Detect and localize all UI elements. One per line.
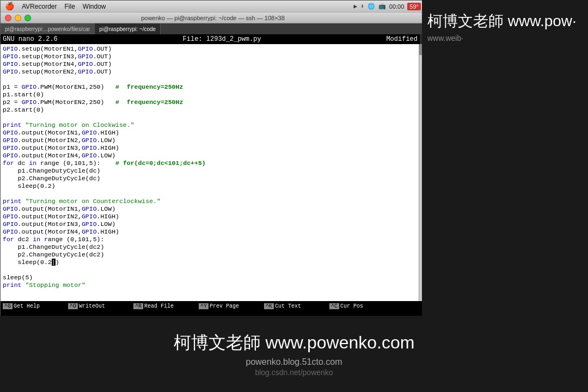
code-line-9: p2.start(0) <box>3 106 416 114</box>
code-line-4: GPIO.setup(MotorEN2,GPIO.OUT) <box>3 68 416 76</box>
bottom-branding-main: 柯博文老師 www.powenko.com <box>174 331 415 355</box>
code-line-31: sleep(5) <box>3 274 416 281</box>
clock-display: 00:00 <box>389 3 405 10</box>
key-g: ^G <box>3 303 13 309</box>
window-controls <box>5 15 31 21</box>
overlay-branding-1: 柯博文老師 www.pow· <box>427 11 577 32</box>
tab-bar: pi@raspberrypi:...powenko/files/car pi@r… <box>1 23 425 34</box>
code-line-32: print "Stopping motor" <box>3 281 416 289</box>
footer-cmd-prevpage[interactable]: ^Y Prev Page <box>198 302 263 310</box>
code-line-18: p2.ChangeDutyCycle(dc) <box>3 175 416 182</box>
code-line-24: GPIO.output(MotorIN3,GPIO.LOW) <box>3 220 416 228</box>
label-curpos: Cur Pos <box>340 303 363 309</box>
code-line-10 <box>3 114 416 121</box>
temp-display: 59° <box>407 3 421 10</box>
label-writeout: WriteOut <box>79 303 105 309</box>
code-line-21: print "Turning motor on Counterclockwise… <box>3 198 416 205</box>
key-r: ^R <box>133 303 143 309</box>
nano-filename: File: l293d_2_pwm.py <box>183 35 261 43</box>
menu-right: ▶ ⬇ 🌐 📺 00:00 59° <box>354 3 421 10</box>
footer-cmd-readfile[interactable]: ^R Read File <box>132 302 198 310</box>
window-titlebar: powenko — pi@raspberrypi: ~/code — ssh —… <box>1 13 425 23</box>
code-line-28: p2.ChangeDutyCycle(dc2) <box>3 251 416 259</box>
code-editor[interactable]: GPIO.setup(MotorEN1,GPIO.OUT) GPIO.setup… <box>1 44 419 301</box>
menu-file[interactable]: File <box>64 3 75 10</box>
right-overlay: 柯博文老師 www.pow· www.weib· <box>422 0 588 316</box>
code-line-1: GPIO.setup(MotorEN1,GPIO.OUT) <box>3 45 416 53</box>
code-line-2: GPIO.setup(MotorIN3,GPIO.OUT) <box>3 53 416 60</box>
bottom-branding-blog2: blog.csdn.net/powenko <box>255 368 333 377</box>
code-line-16: for dc in range (0,101,5): # for(dc=0;dc… <box>3 160 416 167</box>
code-line-7: p1.start(0) <box>3 91 416 99</box>
code-line-5 <box>3 76 416 83</box>
window-title: powenko — pi@raspberrypi: ~/code — ssh —… <box>141 15 285 21</box>
nano-status: Modified <box>386 35 418 43</box>
close-button[interactable] <box>5 15 11 21</box>
code-line-29: sleep(0.2|) <box>3 259 416 266</box>
tab-0[interactable]: pi@raspberrypi:...powenko/files/car <box>1 23 95 34</box>
mac-menubar: 🍎 AVRecorder File Window ▶ ⬇ 🌐 📺 00:00 5… <box>1 1 425 13</box>
key-y: ^Y <box>199 303 209 309</box>
menu-avrecorder[interactable]: AVRecorder <box>22 3 57 10</box>
terminal-window: 🍎 AVRecorder File Window ▶ ⬇ 🌐 📺 00:00 5… <box>0 0 425 316</box>
code-line-22: GPIO.output(MotorIN1,GPIO.LOW) <box>3 205 416 213</box>
code-line-25: GPIO.output(MotorIN4,GPIO.HIGH) <box>3 228 416 236</box>
label-cuttext: Cut Text <box>275 303 301 309</box>
code-line-13: GPIO.output(MotorIN2,GPIO.LOW) <box>3 137 416 144</box>
key-o: ^O <box>68 303 78 309</box>
footer-cmd-cuttext[interactable]: ^K Cut Text <box>263 302 328 310</box>
code-line-30 <box>3 266 416 274</box>
footer-cmd-gethelp[interactable]: ^G Get Help <box>2 302 67 310</box>
label-prevpage: Prev Page <box>210 303 239 309</box>
overlay-branding-2: www.weib· <box>427 34 463 42</box>
code-line-15: GPIO.output(MotorIN4,GPIO.LOW) <box>3 152 416 160</box>
code-line-11: print "Turning motor on Clockwise." <box>3 121 416 129</box>
code-line-6: p1 = GPIO.PWM(MotorEN1,250) # frequency=… <box>3 83 416 91</box>
footer-row-1: ^G Get Help ^O WriteOut ^R Read File ^Y … <box>2 302 424 310</box>
nano-header: GNU nano 2.2.6 File: l293d_2_pwm.py Modi… <box>1 34 420 44</box>
menu-window[interactable]: Window <box>83 3 106 10</box>
code-line-14: GPIO.output(MotorIN3,GPIO.HIGH) <box>3 144 416 152</box>
nano-footer: ^G Get Help ^O WriteOut ^R Read File ^Y … <box>1 301 425 316</box>
code-line-27: p1.ChangeDutyCycle(dc2) <box>3 243 416 251</box>
code-line-17: p1.ChangeDutyCycle(dc) <box>3 167 416 175</box>
code-line-8: p2 = GPIO.PWM(MotorEN2,250) # frequency=… <box>3 99 416 106</box>
maximize-button[interactable] <box>24 15 31 21</box>
key-c: ^C <box>329 303 339 309</box>
label-gethelp: Get Help <box>14 303 40 309</box>
bottom-area: 柯博文老師 www.powenko.com powenko.blog.51cto… <box>0 316 588 392</box>
code-line-3: GPIO.setup(MotorIN4,GPIO.OUT) <box>3 60 416 68</box>
bottom-branding-blog1: powenko.blog.51cto.com <box>246 357 342 367</box>
code-line-19: sleep(0.2) <box>3 182 416 190</box>
code-line-20 <box>3 190 416 198</box>
nano-version: GNU nano 2.2.6 <box>3 35 58 43</box>
code-line-26: for dc2 in range (0,101,5): <box>3 236 416 243</box>
minimize-button[interactable] <box>15 15 21 21</box>
footer-cmd-writeout[interactable]: ^O WriteOut <box>67 302 132 310</box>
code-line-12: GPIO.output(MotorIN1,GPIO.HIGH) <box>3 129 416 137</box>
apple-icon[interactable]: 🍎 <box>5 2 14 11</box>
label-readfile: Read File <box>144 303 174 309</box>
code-line-23: GPIO.output(MotorIN2,GPIO.HIGH) <box>3 213 416 220</box>
key-k: ^K <box>264 303 274 309</box>
tab-1[interactable]: pi@raspberrypi: ~/code <box>95 23 161 34</box>
footer-cmd-curpos[interactable]: ^C Cur Pos <box>328 302 394 310</box>
